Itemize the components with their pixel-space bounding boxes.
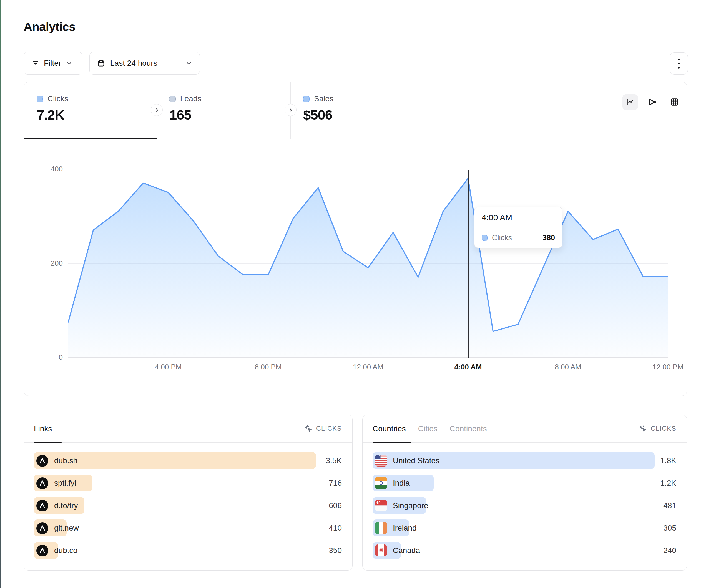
date-range-label: Last 24 hours	[110, 59, 157, 68]
clicks-legend-square	[37, 96, 43, 102]
link-clicks-value: 606	[329, 501, 342, 510]
page-title: Analytics	[24, 20, 76, 33]
dub-logo-icon	[36, 544, 48, 557]
dub-logo-icon	[36, 455, 48, 467]
country-clicks-value: 1.8K	[660, 456, 676, 465]
clicks-tab-value: 7.2K	[37, 107, 156, 122]
link-row[interactable]: dub.co 350	[34, 542, 342, 559]
link-label: d.to/try	[54, 501, 78, 510]
chart-tooltip: 4:00 AM Clicks 380	[474, 207, 562, 248]
calendar-icon	[97, 59, 105, 67]
countries-metric-toggle[interactable]: CLICKS	[639, 425, 676, 433]
country-row[interactable]: Ireland 305	[372, 520, 676, 537]
tooltip-legend-square	[482, 235, 488, 241]
country-row[interactable]: Singapore 481	[372, 497, 676, 514]
chevron-down-icon	[66, 60, 73, 67]
leads-tab-label: Leads	[180, 94, 201, 103]
link-label: git.new	[54, 524, 79, 533]
x-axis-tick-highlighted: 4:00 AM	[446, 363, 490, 371]
links-tab-underline	[34, 442, 62, 443]
country-clicks-value: 481	[663, 501, 676, 510]
country-label: Ireland	[393, 524, 417, 533]
analytics-card: Clicks 7.2K Leads 165 Sales $506 400 200…	[24, 82, 687, 396]
filter-icon	[31, 59, 39, 67]
dots-menu-icon	[678, 59, 680, 60]
chevron-down-icon	[185, 60, 192, 67]
leads-tab-value: 165	[169, 107, 290, 122]
tab-continents[interactable]: Continents	[450, 424, 487, 433]
country-label: United States	[393, 456, 439, 465]
active-tab-underline	[24, 138, 156, 139]
link-clicks-value: 410	[329, 524, 342, 533]
expand-clicks-leads-button[interactable]	[151, 104, 163, 116]
flag-singapore-icon	[375, 499, 387, 512]
flag-india-icon	[375, 477, 387, 489]
link-label: dub.sh	[54, 456, 78, 465]
country-row[interactable]: United States 1.8K	[372, 452, 676, 469]
dub-logo-icon	[36, 499, 48, 512]
link-clicks-value: 3.5K	[326, 456, 342, 465]
tab-clicks[interactable]: Clicks 7.2K	[24, 82, 156, 139]
cursor-click-icon	[639, 425, 647, 433]
date-range-button[interactable]: Last 24 hours	[89, 52, 200, 75]
filter-button[interactable]: Filter	[24, 52, 83, 75]
dub-logo-icon	[36, 522, 48, 534]
tab-countries[interactable]: Countries	[372, 424, 406, 433]
country-row[interactable]: Canada 240	[372, 542, 676, 559]
hover-crosshair	[468, 170, 469, 358]
x-axis-baseline	[68, 357, 668, 358]
link-clicks-value: 350	[329, 546, 342, 555]
funnel-view-button[interactable]	[645, 94, 660, 110]
chevron-right-icon	[287, 107, 294, 113]
clicks-area-chart[interactable]	[68, 154, 668, 357]
flag-canada-icon	[375, 544, 387, 557]
expand-leads-sales-button[interactable]	[284, 104, 297, 116]
links-metric-label: CLICKS	[316, 425, 342, 432]
country-clicks-value: 1.2K	[660, 479, 676, 488]
tab-cities[interactable]: Cities	[418, 424, 437, 433]
links-panel: Links CLICKS dub.sh 3.5K spti.fyi 716	[24, 415, 352, 570]
line-chart-view-button[interactable]	[622, 94, 638, 110]
country-label: Singapore	[393, 501, 428, 510]
link-row[interactable]: dub.sh 3.5K	[34, 452, 342, 469]
window-edge	[0, 0, 1, 588]
country-row[interactable]: India 1.2K	[372, 475, 676, 492]
y-axis-tick: 400	[32, 165, 63, 173]
cursor-click-icon	[305, 425, 313, 433]
link-label: spti.fyi	[54, 479, 76, 488]
link-clicks-value: 716	[329, 479, 342, 488]
tooltip-series-label: Clicks	[492, 233, 512, 242]
table-view-button[interactable]	[667, 94, 683, 110]
sales-tab-value: $506	[303, 107, 424, 122]
x-axis-tick: 4:00 PM	[146, 363, 191, 371]
x-axis-tick: 8:00 PM	[246, 363, 290, 371]
link-row[interactable]: spti.fyi 716	[34, 475, 342, 492]
x-axis-tick: 12:00 PM	[646, 363, 690, 371]
tab-sales[interactable]: Sales $506	[290, 82, 424, 139]
country-label: India	[393, 479, 410, 488]
sales-legend-square	[303, 96, 309, 102]
link-row[interactable]: git.new 410	[34, 520, 342, 537]
tooltip-time: 4:00 AM	[474, 207, 562, 228]
tooltip-value: 380	[542, 233, 555, 242]
more-options-button[interactable]	[670, 52, 688, 75]
dub-logo-icon	[36, 477, 48, 489]
countries-tab-underline	[372, 442, 411, 443]
table-grid-icon	[670, 97, 680, 107]
x-axis-tick: 8:00 AM	[546, 363, 590, 371]
y-axis-tick: 200	[32, 259, 63, 268]
countries-metric-label: CLICKS	[651, 425, 676, 432]
country-clicks-value: 305	[663, 524, 676, 533]
leads-legend-square	[169, 96, 176, 102]
flag-ireland-icon	[375, 522, 387, 534]
line-chart-icon	[625, 97, 635, 107]
link-label: dub.co	[54, 546, 78, 555]
country-label: Canada	[393, 546, 420, 555]
tab-links[interactable]: Links	[34, 424, 52, 433]
tab-leads[interactable]: Leads 165	[156, 82, 290, 139]
links-metric-toggle[interactable]: CLICKS	[305, 425, 342, 433]
clicks-tab-label: Clicks	[47, 94, 68, 103]
country-clicks-value: 240	[663, 546, 676, 555]
filter-button-label: Filter	[44, 59, 61, 68]
link-row[interactable]: d.to/try 606	[34, 497, 342, 514]
